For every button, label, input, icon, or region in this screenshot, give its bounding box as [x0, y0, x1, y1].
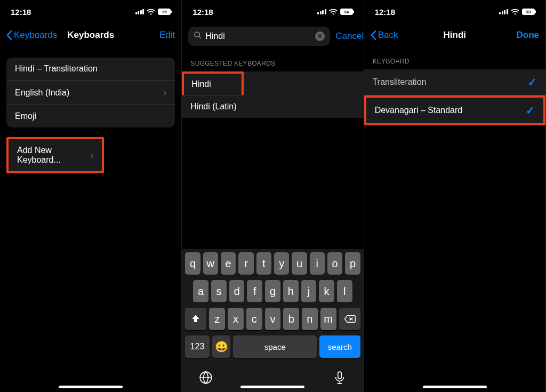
back-button[interactable]: Back	[371, 30, 398, 41]
dictation-key[interactable]	[333, 371, 347, 387]
done-button[interactable]: Done	[516, 30, 539, 41]
key-n[interactable]: n	[302, 308, 318, 330]
status-icons: 33	[499, 7, 535, 17]
key-v[interactable]: v	[265, 308, 281, 330]
keyboards-group: Hindi – Transliteration English (India)›…	[6, 58, 175, 127]
onscreen-keyboard: q w e r t y u i o p a s d f g h j k l z …	[182, 249, 363, 392]
key-m[interactable]: m	[320, 308, 336, 330]
key-w[interactable]: w	[203, 252, 218, 275]
keyboard-row-english[interactable]: English (India)›	[6, 81, 175, 105]
key-r[interactable]: r	[238, 252, 253, 275]
status-bar: 12:18 35	[0, 0, 181, 23]
shift-key[interactable]	[185, 308, 206, 330]
numbers-key[interactable]: 123	[185, 335, 209, 358]
cellular-signal-icon	[499, 9, 508, 14]
option-devanagari[interactable]: Devanagari – Standard ✓	[364, 95, 545, 125]
suggestion-hindi[interactable]: Hindi	[182, 71, 244, 95]
search-key[interactable]: search	[319, 335, 360, 358]
add-new-keyboard-button[interactable]: Add New Keyboard...›	[9, 139, 102, 171]
key-o[interactable]: o	[327, 252, 342, 275]
suggestion-hindi-latin[interactable]: Hindi (Latin)	[182, 95, 363, 118]
key-a[interactable]: a	[193, 280, 208, 302]
content-area: Keyboard Transliteration ✓ Devanagari – …	[364, 47, 545, 392]
clear-search-button[interactable]: ✕	[315, 31, 325, 41]
key-q[interactable]: q	[185, 252, 200, 275]
chevron-left-icon	[6, 30, 13, 41]
status-bar: 12:18 33	[364, 0, 545, 23]
key-u[interactable]: u	[292, 252, 307, 275]
key-x[interactable]: x	[228, 308, 244, 330]
back-button[interactable]: Keyboards	[6, 30, 57, 41]
globe-icon	[199, 371, 213, 385]
key-d[interactable]: d	[229, 280, 245, 302]
key-row-3: z x c v b n m	[184, 308, 361, 330]
key-row-4: 123 😀 space search	[184, 335, 361, 358]
keyboard-options-group: Transliteration ✓ Devanagari – Standard …	[364, 69, 545, 125]
content-area: Hindi – Transliteration English (India)›…	[0, 47, 181, 392]
battery-icon: 33	[522, 9, 535, 15]
cellular-signal-icon	[135, 9, 144, 14]
key-l[interactable]: l	[337, 280, 352, 302]
home-indicator[interactable]	[423, 386, 487, 388]
status-time: 12:18	[192, 7, 213, 17]
keyboard-row-hindi[interactable]: Hindi – Transliteration	[6, 58, 175, 81]
page-title: Hindi	[444, 30, 467, 41]
search-field-wrap[interactable]: ✕	[188, 27, 330, 46]
key-h[interactable]: h	[283, 280, 299, 302]
status-time: 12:18	[11, 7, 31, 17]
checkmark-icon: ✓	[528, 76, 537, 89]
row-label: English (India)	[15, 88, 69, 98]
microphone-icon	[333, 371, 347, 385]
battery-icon: 35	[158, 9, 171, 15]
shift-icon	[191, 314, 200, 324]
wifi-icon	[147, 7, 155, 17]
space-key[interactable]: space	[233, 335, 317, 358]
key-e[interactable]: e	[221, 252, 236, 275]
key-f[interactable]: f	[247, 280, 262, 302]
status-icons: 34	[317, 7, 353, 17]
emoji-icon: 😀	[215, 340, 228, 353]
section-header: Keyboard	[364, 47, 545, 69]
nav-bar: Back Hindi Done	[364, 23, 545, 47]
key-t[interactable]: t	[256, 252, 271, 275]
phone-screen-search: 12:18 34 ✕ Cancel Suggested Keyboards Hi…	[182, 0, 364, 392]
cellular-signal-icon	[317, 9, 326, 14]
row-label: Hindi (Latin)	[190, 102, 236, 111]
key-g[interactable]: g	[265, 280, 280, 302]
row-label: Hindi	[191, 79, 211, 89]
section-header: Suggested Keyboards	[182, 49, 363, 71]
key-s[interactable]: s	[211, 280, 227, 302]
row-label: Add New Keyboard...	[17, 146, 90, 165]
key-row-2: a s d f g h j k l	[184, 280, 361, 302]
globe-key[interactable]	[199, 371, 213, 387]
key-b[interactable]: b	[283, 308, 299, 330]
key-y[interactable]: y	[274, 252, 289, 275]
svg-line-1	[199, 36, 201, 38]
keyboard-row-emoji[interactable]: Emoji	[6, 105, 175, 127]
home-indicator[interactable]	[240, 386, 304, 388]
option-transliteration[interactable]: Transliteration ✓	[364, 69, 545, 95]
key-c[interactable]: c	[246, 308, 262, 330]
phone-screen-hindi-options: 12:18 33 Back Hindi Done Keyboard Transl…	[364, 0, 546, 392]
edit-button[interactable]: Edit	[159, 30, 175, 41]
home-indicator[interactable]	[59, 386, 123, 388]
cancel-button[interactable]: Cancel	[335, 31, 364, 42]
search-input[interactable]	[205, 31, 312, 41]
back-label: Keyboards	[14, 30, 57, 41]
checkmark-icon: ✓	[526, 104, 535, 117]
emoji-key[interactable]: 😀	[212, 335, 231, 358]
key-i[interactable]: i	[310, 252, 325, 275]
key-j[interactable]: j	[301, 280, 317, 302]
back-label: Back	[378, 30, 398, 41]
key-k[interactable]: k	[319, 280, 334, 302]
wifi-icon	[329, 7, 338, 17]
page-title: Keyboards	[67, 30, 114, 41]
delete-key[interactable]	[339, 308, 360, 330]
svg-rect-5	[338, 372, 341, 379]
phone-screen-keyboards-list: 12:18 35 Keyboards Keyboards Edit Hindi …	[0, 0, 182, 392]
key-p[interactable]: p	[345, 252, 360, 275]
row-label: Devanagari – Standard	[375, 106, 463, 115]
status-time: 12:18	[375, 7, 395, 17]
chevron-right-icon: ›	[90, 150, 93, 161]
key-z[interactable]: z	[209, 308, 225, 330]
